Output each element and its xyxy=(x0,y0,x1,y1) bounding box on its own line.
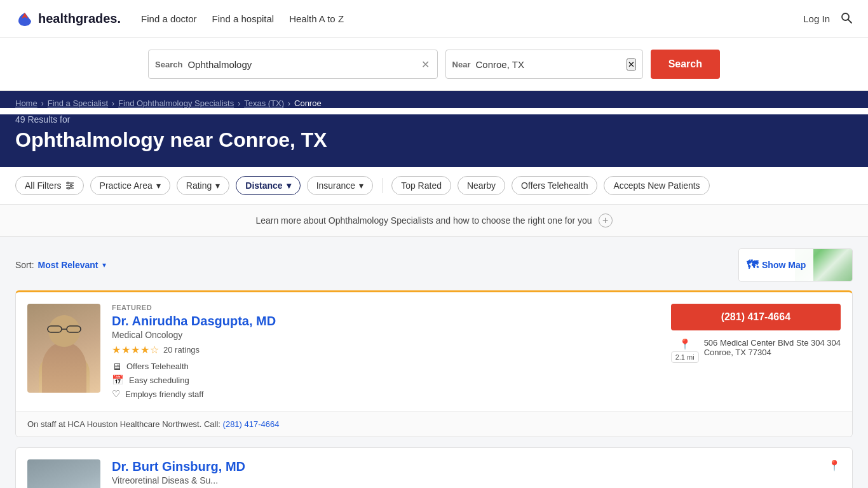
badge-telehealth: 🖥 Offers Telehealth xyxy=(112,361,660,372)
location-icon: 📍 xyxy=(679,338,691,350)
breadcrumb-home[interactable]: Home xyxy=(15,98,37,108)
doctor-card-main: FEATURED Dr. Anirudha Dasgupta, MD Medic… xyxy=(16,292,852,411)
search-icon xyxy=(840,11,853,24)
search-field: Search ✕ xyxy=(148,50,438,79)
results-count: 49 Results for xyxy=(15,114,853,125)
all-filters-button[interactable]: All Filters xyxy=(15,176,84,195)
address-line2: Conroe, TX 77304 xyxy=(704,348,841,357)
all-filters-label: All Filters xyxy=(25,180,62,191)
show-map-button[interactable]: 🗺 Show Map xyxy=(738,248,853,281)
sort-value[interactable]: Most Relevant xyxy=(38,260,98,270)
badge-telehealth-text: Offers Telehealth xyxy=(126,362,189,371)
distance-label: Distance xyxy=(245,180,282,191)
top-rated-filter[interactable]: Top Rated xyxy=(391,176,451,195)
doctor-stars: ★★★★☆ xyxy=(112,344,159,356)
doctor-card-2: Dr. Burt Ginsburg, MD Vitreoretinal Dise… xyxy=(15,447,853,488)
badge-staff-text: Employs friendly staff xyxy=(125,390,203,399)
distance-chevron: ▾ xyxy=(287,180,291,191)
doctor-card-2-main: Dr. Burt Ginsburg, MD Vitreoretinal Dise… xyxy=(16,448,852,488)
search-button[interactable]: Search xyxy=(651,50,720,79)
breadcrumb-bar: Home › Find a Specialist › Find Ophthalm… xyxy=(0,91,868,108)
logo[interactable]: healthgrades. xyxy=(15,11,121,27)
main-content: Sort: Most Relevant ▾ 🗺 Show Map xyxy=(0,237,868,488)
sort-chevron[interactable]: ▾ xyxy=(102,261,106,269)
near-field: Near ✕ xyxy=(445,50,643,79)
telehealth-filter[interactable]: Offers Telehealth xyxy=(512,176,597,195)
distance-filter[interactable]: Distance ▾ xyxy=(236,176,300,195)
header: healthgrades. Find a doctor Find a hospi… xyxy=(0,0,868,38)
near-input[interactable] xyxy=(476,59,627,70)
doctor-2-name[interactable]: Dr. Burt Ginsburg, MD xyxy=(112,459,689,474)
search-input[interactable] xyxy=(187,59,419,70)
logo-icon xyxy=(15,11,34,27)
badge-scheduling-text: Easy scheduling xyxy=(129,376,189,385)
svg-rect-8 xyxy=(48,326,62,332)
sort-label: Sort: xyxy=(15,260,34,270)
doctor-glasses xyxy=(47,324,81,333)
show-map-text: Show Map xyxy=(762,260,806,270)
doctor-badges: 🖥 Offers Telehealth 📅 Easy scheduling ♡ … xyxy=(112,361,660,400)
filter-divider xyxy=(382,178,383,193)
staff-icon: ♡ xyxy=(112,388,120,400)
filter-icon xyxy=(65,181,74,190)
rating-label: Rating xyxy=(186,180,212,191)
footer-text: On staff at HCA Houston Healthcare North… xyxy=(27,419,223,429)
doctor-card-footer: On staff at HCA Houston Healthcare North… xyxy=(16,411,852,437)
rating-count: 20 ratings xyxy=(163,345,200,355)
new-patients-filter[interactable]: Accepts New Patients xyxy=(604,176,709,195)
distance-badge: 2.1 mi xyxy=(671,351,699,363)
info-banner: Learn more about Ophthalmology Specialis… xyxy=(0,205,868,237)
info-banner-expand[interactable]: + xyxy=(599,214,613,227)
login-button[interactable]: Log In xyxy=(803,13,830,24)
doctor-photo xyxy=(27,304,100,393)
near-field-label: Near xyxy=(452,60,471,69)
doctor-right: (281) 417-4664 📍 2.1 mi 506 Medical Cent… xyxy=(671,304,841,363)
near-clear-button[interactable]: ✕ xyxy=(627,58,636,71)
doctor-2-location-icon: 📍 xyxy=(828,459,841,471)
sort-control: Sort: Most Relevant ▾ xyxy=(15,260,106,270)
breadcrumb-find-specialist[interactable]: Find a Specialist xyxy=(48,98,108,108)
search-field-label: Search xyxy=(155,60,182,69)
breadcrumb-find-ophthalmology[interactable]: Find Ophthalmology Specialists xyxy=(118,98,234,108)
doctor-address: 📍 2.1 mi 506 Medical Center Blvd Ste 304… xyxy=(671,338,841,363)
breadcrumb-conroe: Conroe xyxy=(294,98,322,108)
nav-find-hospital[interactable]: Find a hospital xyxy=(212,13,275,24)
doctor-2-photo xyxy=(27,459,100,488)
search-bar: Search ✕ Near ✕ Search xyxy=(148,50,720,79)
practice-area-filter[interactable]: Practice Area ▾ xyxy=(90,176,170,195)
sort-map-row: Sort: Most Relevant ▾ 🗺 Show Map xyxy=(15,248,853,281)
insurance-filter[interactable]: Insurance ▾ xyxy=(307,176,373,195)
insurance-chevron: ▾ xyxy=(359,180,363,191)
insurance-label: Insurance xyxy=(316,180,355,191)
doctor-specialty: Medical Oncology xyxy=(112,330,660,340)
phone-button[interactable]: (281) 417-4664 xyxy=(671,304,841,330)
svg-point-5 xyxy=(67,182,69,184)
info-banner-text: Learn more about Ophthalmology Specialis… xyxy=(255,215,592,226)
show-map-label: 🗺 Show Map xyxy=(739,249,813,281)
svg-rect-9 xyxy=(67,326,81,332)
doctor-info: FEATURED Dr. Anirudha Dasgupta, MD Medic… xyxy=(112,304,660,400)
rating-chevron: ▾ xyxy=(215,180,220,191)
breadcrumb-texas[interactable]: Texas (TX) xyxy=(244,98,284,108)
doctor-name[interactable]: Dr. Anirudha Dasgupta, MD xyxy=(112,314,660,329)
header-search-button[interactable] xyxy=(840,11,853,26)
address-line1: 506 Medical Center Blvd Ste 304 304 xyxy=(704,338,841,348)
footer-phone-link[interactable]: (281) 417-4664 xyxy=(223,419,280,429)
featured-label: FEATURED xyxy=(112,304,660,311)
badge-staff: ♡ Employs friendly staff xyxy=(112,388,660,400)
rating-filter[interactable]: Rating ▾ xyxy=(177,176,229,195)
nav-health-a-to-z[interactable]: Health A to Z xyxy=(289,13,344,24)
svg-point-7 xyxy=(67,187,69,189)
nav-find-doctor[interactable]: Find a doctor xyxy=(141,13,197,24)
telehealth-icon: 🖥 xyxy=(112,361,121,372)
doctor-2-specialty: Vitreoretinal Diseas & Su... xyxy=(112,475,689,485)
search-clear-button[interactable]: ✕ xyxy=(420,58,431,71)
nearby-filter[interactable]: Nearby xyxy=(458,176,505,195)
practice-area-label: Practice Area xyxy=(100,180,153,191)
main-nav: Find a doctor Find a hospital Health A t… xyxy=(141,13,344,24)
doctor-rating: ★★★★☆ 20 ratings xyxy=(112,344,660,356)
svg-point-6 xyxy=(70,185,72,187)
doctor-2-right: 📍 xyxy=(701,459,841,488)
results-title: Ophthalmology near Conroe, TX xyxy=(15,128,853,152)
header-right: Log In xyxy=(803,11,853,26)
